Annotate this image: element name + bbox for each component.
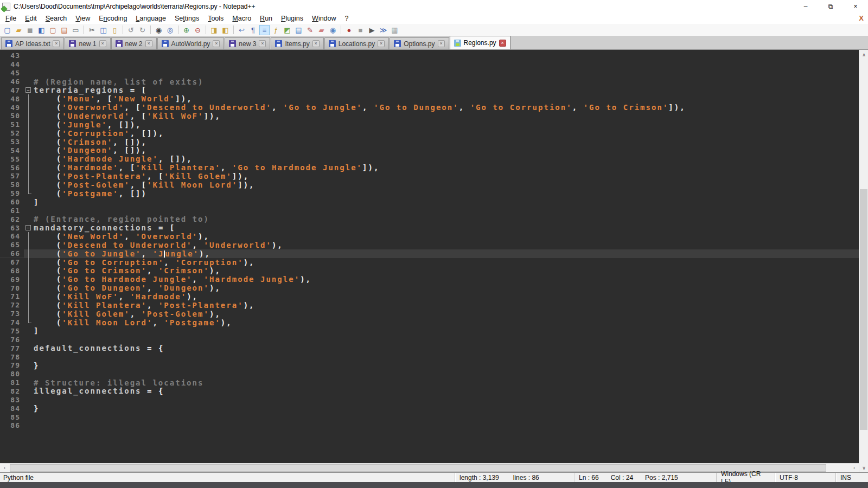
fold-margin[interactable] (24, 146, 34, 155)
folder-as-workspace-icon[interactable]: ▰ (316, 25, 327, 35)
code-line[interactable]: 59 ('Postgame', []) (0, 189, 859, 198)
macro-save-icon[interactable]: ▦ (390, 25, 400, 35)
close-button[interactable]: × (843, 0, 868, 13)
code-line[interactable]: 64 ('New World', 'Overworld'), (0, 232, 859, 241)
line-number[interactable]: 71 (0, 292, 24, 300)
sync-horizontal-scroll-icon[interactable]: ◧ (220, 25, 231, 35)
line-number[interactable]: 63 (0, 224, 24, 232)
zoom-in-icon[interactable]: ⊕ (181, 25, 192, 35)
line-number[interactable]: 58 (0, 181, 24, 189)
menu-window[interactable]: Window (308, 14, 340, 23)
line-number[interactable]: 55 (0, 155, 24, 163)
line-number[interactable]: 70 (0, 284, 24, 292)
line-number[interactable]: 81 (0, 378, 24, 387)
fold-margin[interactable] (24, 94, 34, 103)
fold-margin[interactable] (24, 181, 34, 189)
menu-help[interactable]: ? (341, 14, 353, 23)
line-number[interactable]: 56 (0, 164, 24, 172)
code-line[interactable]: 50 ('Underworld', ['Kill WoF']), (0, 112, 859, 120)
line-number[interactable]: 66 (0, 249, 24, 258)
tab-close-icon[interactable]: × (99, 40, 106, 47)
line-number[interactable]: 69 (0, 275, 24, 284)
line-number[interactable]: 83 (0, 396, 24, 404)
line-number[interactable]: 80 (0, 370, 24, 378)
fold-margin[interactable] (24, 275, 34, 284)
code-line[interactable]: 62# (Entrance, region pointed to) (0, 215, 859, 223)
code-line[interactable]: 67 ('Go to Corruption', 'Corruption'), (0, 258, 859, 267)
line-number[interactable]: 85 (0, 413, 24, 421)
fold-margin[interactable] (24, 284, 34, 292)
fold-margin[interactable] (24, 52, 34, 60)
code-line[interactable]: 74 ('Kill Moon Lord', 'Postgame'), (0, 318, 859, 327)
line-number[interactable]: 53 (0, 138, 24, 146)
redo-icon[interactable]: ↻ (137, 25, 148, 35)
tab-options-py[interactable]: Options.py× (390, 37, 449, 49)
paste-icon[interactable]: ▯ (110, 25, 120, 35)
code-line[interactable]: 82illegal_connections = { (0, 387, 859, 396)
menu-tools[interactable]: Tools (203, 14, 228, 23)
code-line[interactable]: 61 (0, 206, 859, 215)
line-number[interactable]: 64 (0, 232, 24, 240)
tab-autoworld-py[interactable]: AutoWorld.py× (157, 37, 225, 49)
code-line[interactable]: 79} (0, 361, 859, 370)
fold-margin[interactable] (24, 327, 34, 336)
copy-icon[interactable]: ◫ (98, 25, 108, 35)
status-eol-format[interactable]: Windows (CR LF) (716, 473, 775, 482)
document-monitor-icon[interactable]: ◉ (328, 25, 338, 35)
line-number[interactable]: 49 (0, 104, 24, 112)
code-line[interactable]: 81# Structure: illegal locations (0, 378, 859, 387)
menu-view[interactable]: View (71, 14, 94, 23)
code-line[interactable]: 60] (0, 198, 859, 207)
fold-margin[interactable] (24, 232, 34, 241)
tab-new-1[interactable]: new 1× (65, 37, 110, 49)
code-line[interactable]: 85 (0, 413, 859, 421)
macro-record-icon[interactable]: ● (344, 25, 354, 35)
code-line[interactable]: 54 ('Dungeon', []), (0, 146, 859, 155)
fold-margin[interactable] (24, 60, 34, 69)
status-insert-mode[interactable]: INS (835, 473, 868, 482)
menu-close-x-icon[interactable]: X (859, 14, 864, 22)
print-icon[interactable]: ▭ (71, 25, 81, 35)
fold-margin[interactable]: − (24, 86, 34, 94)
fold-margin[interactable] (24, 112, 34, 120)
code-line[interactable]: 80 (0, 370, 859, 378)
minimize-button[interactable]: – (793, 0, 818, 13)
tab-close-icon[interactable]: × (53, 40, 60, 47)
line-number[interactable]: 65 (0, 241, 24, 249)
code-line[interactable]: 46# (Region name, list of exits) (0, 78, 859, 86)
fold-margin[interactable] (24, 241, 34, 249)
fold-margin[interactable] (24, 249, 34, 258)
line-number[interactable]: 67 (0, 258, 24, 266)
code-line[interactable]: 68 ('Go to Crimson', 'Crimson'), (0, 266, 859, 275)
fold-margin[interactable] (24, 310, 34, 318)
save-all-icon[interactable]: ◧ (36, 25, 47, 35)
menu-file[interactable]: File (1, 14, 21, 23)
fold-margin[interactable] (24, 163, 34, 172)
code-line[interactable]: 52 ('Corruption', []), (0, 129, 859, 138)
code-line[interactable]: 45 (0, 69, 859, 78)
tab-new-3[interactable]: new 3× (225, 37, 270, 49)
tab-close-icon[interactable]: × (259, 40, 266, 47)
scroll-down-arrow-icon[interactable]: ∨ (859, 463, 868, 472)
line-number[interactable]: 75 (0, 327, 24, 335)
code-line[interactable]: 77default_connections = { (0, 344, 859, 352)
vertical-scrollbar-thumb[interactable] (860, 189, 867, 430)
restore-button[interactable]: ⧉ (818, 0, 843, 13)
fold-margin[interactable] (24, 120, 34, 129)
line-number[interactable]: 73 (0, 310, 24, 318)
line-number[interactable]: 43 (0, 52, 24, 60)
tab-close-icon[interactable]: × (378, 40, 385, 47)
code-line[interactable]: 43 (0, 52, 859, 60)
code-line[interactable]: 63−mandatory_connections = [ (0, 223, 859, 232)
code-line[interactable]: 57 ('Post-Plantera', ['Kill Golem']), (0, 172, 859, 181)
tab-close-icon[interactable]: × (438, 40, 445, 47)
scroll-up-arrow-icon[interactable]: ∧ (859, 50, 868, 59)
code-line[interactable]: 75] (0, 327, 859, 336)
editor[interactable]: 43444546# (Region name, list of exits)47… (0, 50, 859, 463)
fold-margin[interactable] (24, 404, 34, 413)
line-number[interactable]: 82 (0, 387, 24, 395)
fold-margin[interactable] (24, 352, 34, 361)
tab-close-icon[interactable]: × (145, 40, 152, 47)
fold-margin[interactable] (24, 301, 34, 310)
fold-margin[interactable] (24, 129, 34, 138)
